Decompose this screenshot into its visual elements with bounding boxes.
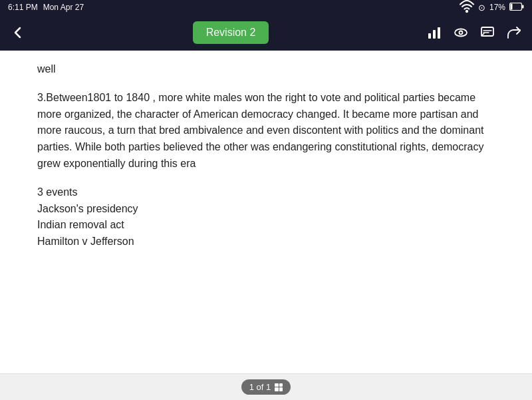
svg-rect-6 <box>438 27 440 39</box>
event2-label: Indian removal act <box>37 219 124 230</box>
bottom-bar: 1 of 1 <box>0 373 532 400</box>
share-icon[interactable] <box>507 25 521 40</box>
grid-icon <box>275 383 283 391</box>
battery-icon <box>509 3 524 13</box>
event1-label: Jackson's presidency <box>37 203 138 214</box>
revision-button[interactable]: Revision 2 <box>193 21 269 44</box>
paragraph-main: 3.Between1801 to 1840 , more white males… <box>37 90 495 172</box>
wifi-icon <box>460 0 474 16</box>
events-section: 3 events Jackson's presidency Indian rem… <box>37 184 495 250</box>
svg-point-8 <box>459 31 462 35</box>
status-right: ⊙ 17% <box>460 0 524 16</box>
nav-icons <box>427 25 521 40</box>
battery-percent: 17% <box>489 3 505 12</box>
svg-rect-5 <box>433 30 436 39</box>
svg-rect-4 <box>428 33 431 39</box>
page-indicator: 1 of 1 <box>241 379 291 395</box>
page-label: 1 of 1 <box>249 382 271 392</box>
event3-label: Hamilton v Jefferson <box>37 236 134 247</box>
nav-bar: Revision 2 <box>0 15 532 51</box>
svg-point-7 <box>455 29 467 37</box>
status-left: 6:11 PM Mon Apr 27 <box>8 3 84 12</box>
svg-rect-2 <box>511 3 513 9</box>
svg-point-0 <box>466 10 467 11</box>
bar-chart-icon[interactable] <box>427 25 442 40</box>
chat-icon[interactable] <box>480 25 495 40</box>
events-label: 3 events <box>37 186 77 198</box>
svg-rect-3 <box>522 5 524 8</box>
eye-icon[interactable] <box>454 25 468 40</box>
content-area: well 3.Between1801 to 1840 , more white … <box>0 51 532 373</box>
back-button[interactable] <box>11 25 35 40</box>
orientation-icon: ⊙ <box>478 3 485 13</box>
date-label: Mon Apr 27 <box>43 3 84 12</box>
status-bar: 6:11 PM Mon Apr 27 ⊙ 17% <box>0 0 532 15</box>
time-label: 6:11 PM <box>8 3 38 12</box>
content-text: well 3.Between1801 to 1840 , more white … <box>37 61 495 250</box>
paragraph-top: well <box>37 61 495 78</box>
